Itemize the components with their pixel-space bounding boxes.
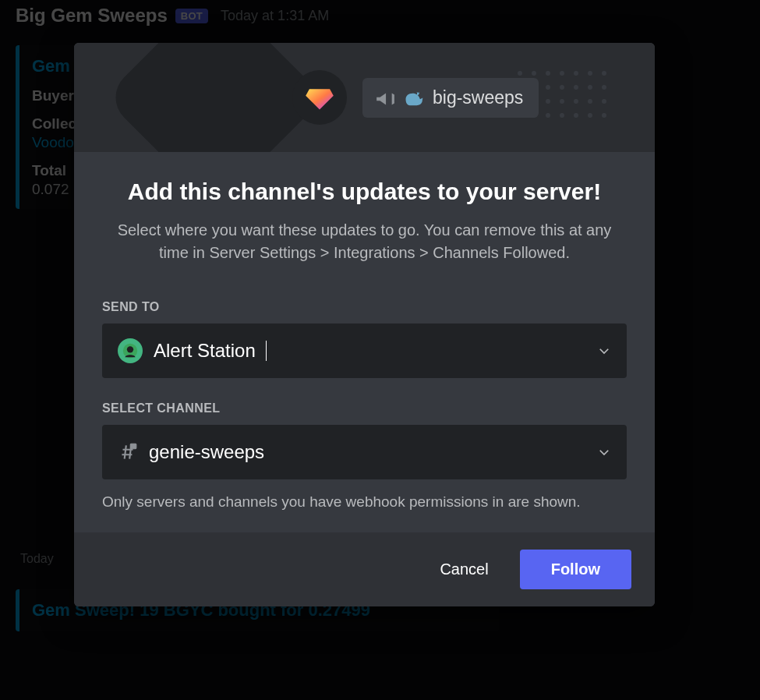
svg-rect-2 <box>130 444 136 449</box>
modal-title: Add this channel's updates to your serve… <box>102 177 627 207</box>
follow-channel-modal: big-sweeps Add this channel's updates to… <box>74 43 655 606</box>
source-server-icon <box>292 70 347 125</box>
server-select[interactable]: Alert Station <box>102 323 627 378</box>
modal-overlay[interactable]: big-sweeps Add this channel's updates to… <box>0 0 760 700</box>
select-channel-label: SELECT CHANNEL <box>102 401 627 415</box>
svg-point-1 <box>127 346 133 352</box>
source-channel-name: big-sweeps <box>433 87 523 108</box>
chevron-down-icon <box>597 445 611 459</box>
megaphone-icon <box>375 89 395 106</box>
header-decor-blob <box>104 43 325 152</box>
whale-icon <box>403 90 425 105</box>
chevron-down-icon <box>597 344 611 358</box>
source-channel-chip: big-sweeps <box>362 78 539 118</box>
permissions-hint: Only servers and channels you have webho… <box>102 493 627 511</box>
gem-icon <box>305 83 334 112</box>
modal-header: big-sweeps <box>74 43 655 152</box>
follow-button[interactable]: Follow <box>520 550 631 589</box>
modal-description: Select where you want these updates to g… <box>102 219 627 264</box>
modal-body: Add this channel's updates to your serve… <box>74 152 655 532</box>
send-to-label: SEND TO <box>102 300 627 314</box>
text-cursor <box>266 341 267 361</box>
server-avatar-icon <box>118 338 143 363</box>
channel-select[interactable]: genie-sweeps <box>102 425 627 479</box>
cancel-button[interactable]: Cancel <box>416 550 511 589</box>
channel-hash-lock-icon <box>118 442 138 462</box>
modal-footer: Cancel Follow <box>74 532 655 606</box>
server-select-value: Alert Station <box>154 340 256 362</box>
channel-select-value: genie-sweeps <box>149 441 264 463</box>
